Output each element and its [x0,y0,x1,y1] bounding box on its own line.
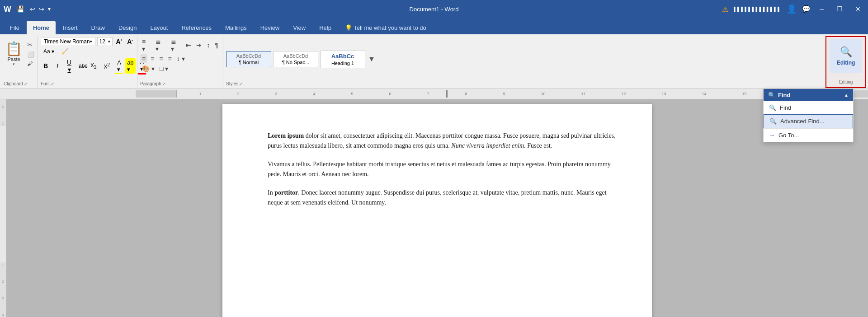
font-grow-button[interactable]: A+ [114,37,124,46]
find-menu-item-advanced[interactable]: 🔍 Advanced Find... [764,114,853,128]
main-area: 21 1234 Lorem ipsum dolor sit amet, cons… [0,99,868,317]
font-name-box[interactable]: Times New Roman ▾ [41,37,95,46]
editing-button[interactable]: 🔍 Editing [830,39,862,73]
clear-format-button[interactable]: 🧹 [59,47,71,56]
paragraph-2: Vivamus a tellus. Pellentesque habitant … [268,159,616,180]
styles-more-button[interactable]: ▼ [367,54,376,64]
chat-icon[interactable]: 💬 [802,5,811,13]
paragraph-1: Lorem ipsum dolor sit amet, consectetuer… [268,131,616,151]
document[interactable]: Lorem ipsum dolor sit amet, consectetuer… [222,104,652,317]
format-painter-button[interactable]: 🖌 [26,60,36,67]
shading-button[interactable]: 🎨 ▾ [140,64,156,73]
left-align-button[interactable]: ≡ [140,54,147,63]
paragraph-section: ≡ ▾ ≣ ▾ ≣ ▾ ⇤ ⇥ ↕ ¶ ≡ ≡ ≡ ≡ ↕ ▾ 🎨 ▾ □ ▾ … [137,36,223,88]
ruler: 1234567891011121314151617 [0,89,868,99]
tab-file[interactable]: File [4,21,26,34]
marks-button[interactable]: ¶ [213,41,220,50]
decrease-indent-button[interactable]: ⇤ [184,41,193,50]
border-button[interactable]: □ ▾ [158,64,170,73]
ribbon-tabs: File Home Insert Draw Design Layout Refe… [0,18,868,34]
save-button[interactable]: 💾 [17,5,24,13]
find-item-icon: 🔍 [769,104,776,111]
find-header-chevron: ▲ [844,93,849,98]
title-bar-left: W 💾 ↩ ↪ ▾ [4,5,51,14]
sort-button[interactable]: ↕ [205,41,212,50]
account-icon[interactable]: 👤 [787,4,797,14]
style-no-space[interactable]: AaBbCcDd ¶ No Spac... [273,51,318,67]
clipboard-label: Clipboard ⤢ [4,81,36,87]
paragraph-label: Paragraph ⤢ [140,81,220,87]
find-header-label: Find [778,92,790,98]
style-normal[interactable]: AaBbCcDd ¶ Normal [226,51,271,67]
restore-button[interactable]: ❐ [833,4,846,14]
increase-indent-button[interactable]: ⇥ [194,41,203,50]
font-size-box[interactable]: 12 ▾ [97,37,113,46]
cut-button[interactable]: ✂ [26,41,36,49]
font-color-button[interactable]: A ▾ [114,58,123,74]
paragraph-3: In porttitor. Donec laoreet nonummy augu… [268,188,616,208]
center-button[interactable]: ≡ [149,54,156,63]
tab-layout[interactable]: Layout [144,21,174,34]
paste-button[interactable]: 📋 Paste ▾ [4,39,24,68]
customize-button[interactable]: ▾ [48,6,51,12]
find-menu-item-find[interactable]: 🔍 Find [764,101,853,114]
right-button[interactable]: ≡ [157,54,165,63]
numbered-button[interactable]: ≣ ▾ [154,37,168,53]
barcode-display: ▌▌▌▌▌▌▌▌▌▌▌▌▌ [734,7,781,12]
tab-references[interactable]: References [175,21,217,34]
styles-label: Styles ⤢ [226,81,822,87]
bold-text-2: porttitor [274,189,298,196]
clipboard-section: 📋 Paste ▾ ✂ ⬜ 🖌 Clipboard ⤢ [2,36,38,88]
font-shrink-button[interactable]: A- [126,37,134,46]
vertical-ruler: 21 1234 [0,99,6,317]
ribbon: 📋 Paste ▾ ✂ ⬜ 🖌 Clipboard ⤢ Times New Ro… [0,34,868,89]
justify-button[interactable]: ≡ [166,54,174,63]
editing-section: 🔍 Editing Editing [826,36,866,88]
warning-icon: ⚠ [722,5,728,14]
find-header-icon: 🔍 [768,92,775,98]
superscript-button[interactable]: X2 [101,61,113,71]
bold-text-1: Lorem ipsum [268,132,304,139]
redo-button[interactable]: ↪ [39,5,44,13]
advanced-find-icon: 🔍 [769,118,777,125]
tab-draw[interactable]: Draw [85,21,111,34]
italic-button[interactable]: I [52,61,62,71]
word-icon: W [4,5,11,14]
find-menu-item-goto[interactable]: → Go To... [764,129,853,142]
tab-tell-me[interactable]: 💡 Tell me what you want to do [339,21,433,34]
minimize-button[interactable]: ─ [816,4,828,14]
bullets-button[interactable]: ≡ ▾ [140,37,152,53]
close-button[interactable]: ✕ [852,4,864,14]
underline-button[interactable]: U ▾ [64,57,74,75]
find-item-label: Find [780,104,791,111]
tab-help[interactable]: Help [313,21,338,34]
multilevel-button[interactable]: ≣ ▾ [169,37,183,53]
italic-text-1: Nunc viverra imperdiet enim. [451,142,525,149]
line-spacing-button[interactable]: ↕ ▾ [175,54,187,63]
advanced-find-label: Advanced Find... [780,118,825,125]
copy-button[interactable]: ⬜ [26,51,36,58]
editing-label: Editing [839,79,853,85]
style-heading1[interactable]: AaBbCc Heading 1 [320,51,365,68]
doc-area: Lorem ipsum dolor sit amet, consectetuer… [6,99,868,317]
font-case-button[interactable]: Aa ▾ [41,47,57,56]
tab-view[interactable]: View [287,21,312,34]
tab-insert[interactable]: Insert [57,21,84,34]
highlight-button[interactable]: ab ▾ [125,58,135,74]
tab-home[interactable]: Home [27,21,56,34]
tab-review[interactable]: Review [254,21,286,34]
styles-section: AaBbCcDd ¶ Normal AaBbCcDd ¶ No Spac... … [223,36,826,88]
strikethrough-button[interactable]: abc [76,61,86,70]
tab-mailings[interactable]: Mailings [219,21,253,34]
tab-design[interactable]: Design [112,21,143,34]
font-section: Times New Roman ▾ 12 ▾ A+ A- Aa ▾ 🧹 B I … [38,36,137,88]
find-dropdown-header[interactable]: 🔍 Find ▲ [764,89,853,101]
subscript-button[interactable]: X2 [88,61,99,71]
font-section-label: Font ⤢ [41,81,134,87]
undo-button[interactable]: ↩ [30,5,35,13]
goto-label: Go To... [778,132,799,139]
title-bar-right: ⚠ ▌▌▌▌▌▌▌▌▌▌▌▌▌ 👤 💬 ─ ❐ ✕ [722,4,864,14]
goto-icon: → [769,132,775,139]
find-dropdown: 🔍 Find ▲ 🔍 Find 🔍 Advanced Find... → Go … [763,89,854,142]
bold-button[interactable]: B [41,61,51,71]
